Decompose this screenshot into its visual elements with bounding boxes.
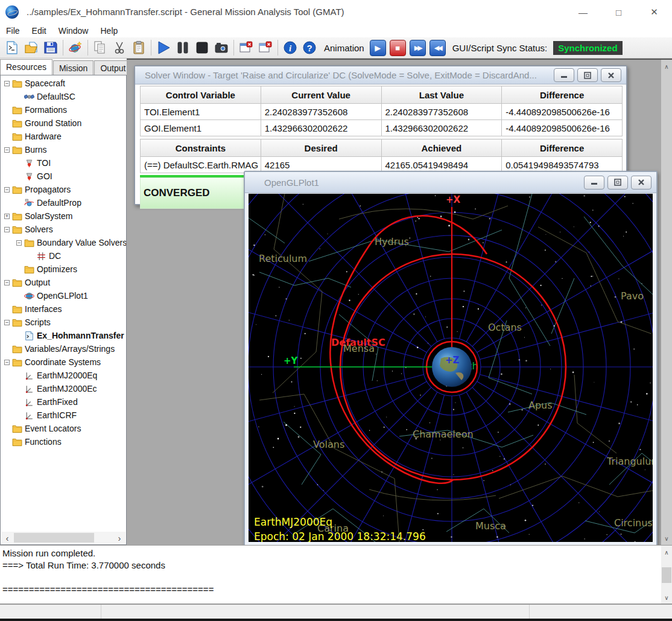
menu-window[interactable]: Window	[52, 24, 95, 37]
scroll-up-arrow-icon[interactable]: ∧	[661, 61, 672, 72]
tree-item-defaultprop[interactable]: DefaultProp	[1, 196, 126, 209]
collapse-toggle-icon[interactable]: −	[4, 187, 10, 193]
scroll-down-arrow-icon[interactable]: ∨	[661, 533, 672, 544]
collapse-toggle-icon[interactable]: −	[4, 360, 10, 365]
expand-toggle-icon[interactable]: +	[4, 214, 10, 219]
tree-item-boundary-value-solvers[interactable]: −Boundary Value Solvers	[1, 236, 126, 249]
tab-resources[interactable]: Resources	[0, 59, 52, 75]
anim-rewind-button[interactable]: ◀◀	[430, 40, 446, 56]
tree-horizontal-scrollbar[interactable]: ‹ ›	[1, 532, 125, 544]
solver-window-title-bar[interactable]: Solver Window - Target 'Raise and Circul…	[135, 66, 626, 84]
tree-item-formations[interactable]: Formations	[1, 103, 126, 116]
app-logo-globe-icon	[5, 5, 19, 19]
tree-item-scripts[interactable]: −Scripts	[1, 316, 126, 329]
tree-item-label: Output	[25, 278, 50, 287]
constellation-label-octans: Octans	[488, 322, 522, 333]
title-bar[interactable]: ../samples/Ex_HohmannTransfer.script - G…	[0, 0, 672, 24]
tree-item-propagators[interactable]: −Propagators	[1, 183, 126, 196]
tree-item-variables-arrays-strings[interactable]: Variables/Arrays/Strings	[1, 342, 126, 355]
folder-icon	[12, 304, 22, 314]
collapse-toggle-icon[interactable]: −	[4, 147, 10, 153]
message-scroll-down-icon[interactable]: ∨	[661, 592, 672, 603]
cut-button[interactable]	[110, 39, 129, 57]
info-button[interactable]: i	[281, 39, 300, 57]
plot-close-button[interactable]	[631, 176, 651, 189]
tree-item-burns[interactable]: −Burns	[1, 143, 126, 156]
maximize-button[interactable]: □	[601, 0, 636, 24]
message-scroll-up-icon[interactable]: ∧	[661, 547, 672, 558]
folder-icon	[12, 357, 22, 368]
message-log[interactable]: Mission run completed.===> Total Run Tim…	[0, 545, 672, 603]
message-scroll-thumb[interactable]	[662, 567, 671, 583]
tree-item-dc[interactable]: DC	[1, 249, 126, 263]
collapse-toggle-icon[interactable]: −	[16, 240, 22, 246]
tree-item-interfaces[interactable]: Interfaces	[1, 302, 126, 316]
collapse-toggle-icon[interactable]: −	[4, 81, 10, 86]
message-vertical-scrollbar[interactable]: ∧ ∨	[661, 546, 672, 604]
tree-item-openglplot1[interactable]: OpenGLPlot1	[1, 289, 126, 302]
mdi-vertical-scrollbar[interactable]: ∧ ∨	[661, 59, 672, 545]
tree-item-earthfixed[interactable]: EarthFixed	[1, 395, 126, 409]
folder-icon	[12, 424, 22, 434]
anim-play-button[interactable]: ▶	[370, 40, 386, 56]
collapse-toggle-icon[interactable]: −	[4, 280, 10, 285]
control-variable-header: Difference	[502, 86, 623, 104]
tree-item-spacecraft[interactable]: −Spacecraft	[1, 77, 126, 90]
open-script-button[interactable]	[22, 39, 41, 57]
tab-mission[interactable]: Mission	[53, 60, 94, 75]
tree-item-toi[interactable]: TOI	[1, 156, 126, 170]
anim-stop-icon: ■	[395, 44, 400, 52]
tree-item-ex-hohmanntransfer[interactable]: Ex_HohmannTransfer	[1, 329, 126, 342]
tree-item-functions[interactable]: Functions	[1, 435, 126, 448]
solver-minimize-button[interactable]	[554, 68, 574, 82]
minimize-button[interactable]: —	[565, 0, 601, 24]
close-current-plot-button[interactable]	[256, 39, 275, 57]
tree-item-event-locators[interactable]: Event Locators	[1, 422, 126, 435]
solver-maximize-button[interactable]	[577, 68, 598, 82]
tree-item-hardware[interactable]: Hardware	[1, 130, 126, 143]
control-variable-cell: 1.432966302002622	[381, 120, 502, 136]
copy-button[interactable]	[90, 39, 110, 57]
screenshot-button[interactable]	[212, 39, 231, 57]
pause-button[interactable]	[173, 39, 192, 57]
menu-file[interactable]: File	[0, 24, 26, 37]
scroll-left-arrow-icon[interactable]: ‹	[1, 533, 13, 543]
menu-edit[interactable]: Edit	[26, 24, 52, 37]
new-mission-button[interactable]	[66, 39, 85, 57]
plot-window-title-bar[interactable]: OpenGLPlot1	[245, 172, 656, 193]
close-plot-windows-button[interactable]	[236, 39, 256, 57]
tree-item-optimizers[interactable]: Optimizers	[1, 263, 126, 276]
anim-fast-forward-button[interactable]: ▶▶	[410, 40, 426, 56]
tree-item-defaultsc[interactable]: DefaultSC	[1, 90, 126, 103]
tree-item-label: Spacecraft	[25, 78, 65, 88]
plot-minimize-button[interactable]	[584, 176, 604, 189]
close-button[interactable]: ✕	[636, 0, 672, 24]
tree-item-ground-station[interactable]: Ground Station	[1, 116, 126, 130]
tree-item-goi[interactable]: GOI	[1, 170, 126, 183]
tree-item-earthmj2000ec[interactable]: EarthMJ2000Ec	[1, 382, 126, 395]
toolbar-separator	[87, 40, 88, 56]
help-button[interactable]: ?	[300, 39, 319, 57]
solver-close-button[interactable]	[601, 68, 621, 82]
tree-item-coordinate-systems[interactable]: −Coordinate Systems	[1, 355, 126, 369]
tree-item-output[interactable]: −Output	[1, 276, 126, 289]
run-button[interactable]	[154, 39, 173, 57]
tree-item-solvers[interactable]: −Solvers	[1, 223, 126, 236]
paste-button[interactable]	[129, 39, 148, 57]
scroll-right-arrow-icon[interactable]: ›	[113, 533, 125, 543]
scroll-thumb[interactable]	[14, 533, 94, 543]
anim-stop-button[interactable]: ■	[390, 40, 406, 56]
tree-item-solarsystem[interactable]: +SolarSystem	[1, 209, 126, 223]
orbit-view-canvas[interactable]: Earth+X+Y+ZDefaultSCHydrusReticulumPavoO…	[249, 194, 653, 542]
collapse-toggle-icon[interactable]: −	[4, 320, 10, 325]
collapse-toggle-icon[interactable]: −	[4, 227, 10, 232]
tree-item-earthicrf[interactable]: EarthICRF	[1, 409, 126, 422]
plot-maximize-button[interactable]	[607, 176, 628, 189]
stop-button[interactable]	[192, 39, 212, 57]
constellation-label-pavo: Pavo	[621, 290, 644, 302]
tree-item-earthmj2000eq[interactable]: EarthMJ2000Eq	[1, 369, 126, 382]
save-script-button[interactable]	[41, 39, 60, 57]
new-script-button[interactable]	[2, 39, 22, 57]
folder-icon	[12, 225, 22, 235]
menu-help[interactable]: Help	[94, 24, 124, 37]
